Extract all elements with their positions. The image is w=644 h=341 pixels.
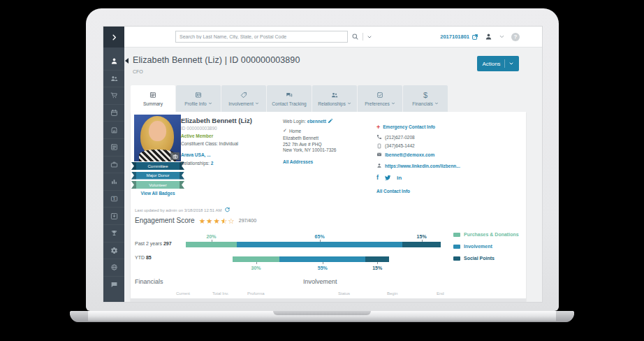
gear-icon [110, 247, 118, 254]
tab-profile-info[interactable]: Profile Info [176, 85, 221, 112]
tab-bar: Summary Profile Info Involvement Contact… [131, 85, 448, 112]
plus-icon: + [376, 125, 380, 129]
bar-segment [402, 242, 441, 247]
help-icon[interactable]: ? [511, 33, 520, 41]
column-header: End [437, 291, 444, 296]
star-icon: ★ [206, 217, 212, 224]
sidebar-item-relationships[interactable] [103, 70, 124, 87]
dollar-card-icon: $ [110, 195, 118, 203]
chevron-down-icon [347, 101, 351, 106]
user-menu-chevron-icon[interactable] [499, 34, 505, 40]
sidebar-item-feedback[interactable] [103, 276, 124, 293]
last-updated-row: Last updated by admin on 3/18/2018 12:51… [135, 207, 230, 213]
sidebar-item-settings[interactable] [103, 242, 124, 259]
tab-contact-tracking[interactable]: Contact Tracking [267, 85, 312, 112]
legend-swatch [453, 233, 460, 237]
mobile-row: (347)645-1442 [376, 143, 516, 149]
chevron-down-icon [391, 101, 395, 106]
tab-label: Involvement [228, 101, 259, 106]
all-contact-info-link[interactable]: All Contact Info [376, 189, 516, 194]
divider [504, 59, 505, 68]
sidebar-item-workspace[interactable] [103, 156, 124, 173]
constituent-role: CFO [133, 69, 143, 74]
all-addresses-link[interactable]: All Addresses [283, 159, 370, 164]
email-link[interactable]: lbennett@demoxx.com [385, 152, 434, 157]
bar-segment [237, 242, 402, 247]
tab-label: Summary [143, 101, 163, 106]
external-link-icon [471, 34, 478, 41]
address-line: Elizabeth Bennett [283, 136, 370, 141]
search-icon[interactable] [351, 33, 359, 41]
search-options-chevron-icon[interactable] [367, 34, 372, 40]
change-photo-button[interactable] [170, 152, 180, 160]
legend-item-involvement: Involvement [453, 244, 519, 249]
summary-card: Committee Major Donor Volunteer View All… [131, 112, 526, 302]
chat-icon [110, 281, 118, 289]
search-input[interactable] [176, 34, 347, 39]
tab-preferences[interactable]: Preferences [358, 85, 402, 112]
laptop-base-notch [273, 311, 371, 315]
chevron-down-icon [508, 61, 514, 66]
emergency-contact-link[interactable]: + Emergency Contact Info [376, 124, 516, 129]
sidebar-item-web[interactable] [103, 259, 124, 276]
person-icon [110, 57, 118, 65]
column-header: Total Inv. [212, 291, 229, 296]
sidebar-item-lists[interactable] [103, 138, 124, 156]
social-icons: f in [376, 174, 516, 181]
refresh-icon[interactable] [224, 207, 230, 213]
sidebar-item-payments[interactable]: $ [103, 190, 124, 208]
website-link[interactable]: https://www.linkedin.com/lizbenn... [385, 164, 460, 168]
star-icon: ☆ [228, 217, 234, 224]
actions-button[interactable]: Actions [477, 56, 519, 71]
tab-label: Financials [412, 101, 439, 106]
sidebar-item-reports[interactable] [103, 173, 124, 190]
star-icon: ☆★ [221, 217, 227, 224]
mobile-number: (347)645-1442 [385, 143, 415, 148]
sidebar-expand-button[interactable] [103, 27, 124, 48]
sidebar-item-constituent[interactable] [103, 52, 124, 70]
badge-major-donor[interactable]: Major Donor [131, 172, 184, 180]
tab-label: Relationships [318, 101, 351, 106]
email-row: lbennett@demoxx.com [376, 152, 516, 157]
bar-chart-icon [110, 177, 118, 185]
badge-committee[interactable]: Committee [131, 162, 184, 170]
axis-tick [256, 262, 257, 264]
tab-summary[interactable]: Summary [131, 85, 175, 112]
record-link[interactable]: 2017101801 [440, 34, 478, 41]
twitter-icon[interactable] [384, 174, 391, 181]
web-login-username[interactable]: ebennett [307, 119, 326, 124]
view-all-badges-link[interactable]: View All Badges [131, 191, 184, 196]
legend-item-purchases: Purchases & Donations [453, 232, 519, 237]
tab-financials[interactable]: $ Financials [403, 85, 448, 112]
storefront-icon [110, 126, 118, 134]
axis-tick [320, 240, 321, 242]
sidebar-item-imports[interactable] [103, 207, 124, 224]
tab-relationships[interactable]: Relationships [312, 85, 357, 112]
badge-volunteer[interactable]: Volunteer [131, 181, 184, 189]
bar-value-label: 15% [372, 266, 382, 270]
sidebar-item-organizations[interactable] [103, 121, 124, 138]
profile-link-icon [376, 163, 382, 168]
dollar-icon: $ [423, 92, 427, 99]
facebook-icon[interactable]: f [376, 174, 379, 181]
sidebar-item-events[interactable] [103, 104, 124, 122]
user-menu-icon[interactable] [485, 33, 492, 41]
search-tools [351, 33, 372, 41]
phone-icon [376, 134, 382, 140]
relationships-count-link[interactable]: 2 [211, 161, 214, 166]
engagement-score-label: Engagement Score [135, 217, 195, 224]
sidebar-item-purchases[interactable] [103, 87, 124, 104]
envelope-icon [376, 152, 382, 157]
edit-pencil-icon[interactable] [328, 118, 333, 124]
stacked-bar-ytd: 30%55%15% [233, 256, 389, 262]
sidebar-item-awards[interactable] [103, 224, 124, 242]
constituent-class: Constituent Class: Individual [181, 141, 279, 146]
organization-link[interactable]: Arava USA, ... [181, 152, 279, 157]
bar-segment [233, 256, 279, 262]
linkedin-icon[interactable]: in [397, 175, 402, 181]
app-screen: $ [103, 27, 542, 302]
chart-legend: Purchases & Donations Involvement Social… [453, 232, 519, 261]
last-updated-text: Last updated by admin on 3/18/2018 12:51… [135, 208, 221, 212]
tab-involvement[interactable]: Involvement [221, 85, 266, 112]
constituent-id: ID 000000003890 [181, 126, 279, 131]
